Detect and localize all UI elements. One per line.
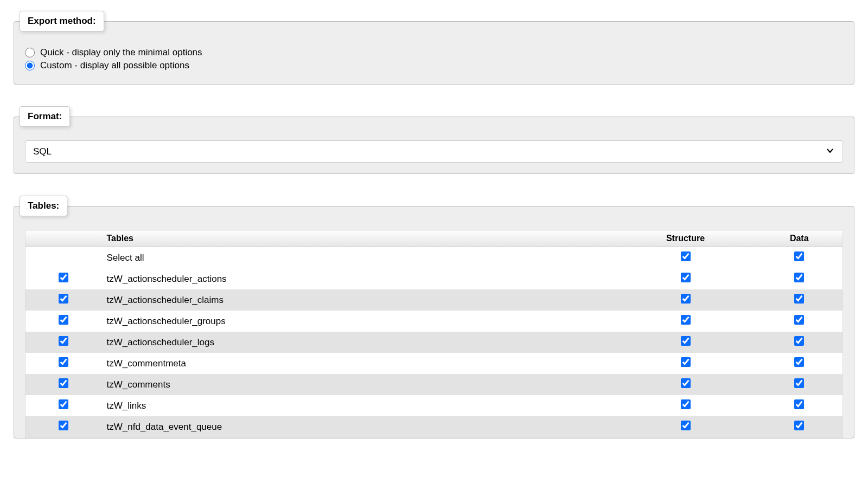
export-method-custom-row: Custom - display all possible options	[25, 60, 843, 71]
row-select-cell	[25, 311, 101, 332]
row-name[interactable]: tzW_commentmeta	[101, 353, 615, 374]
tables-header-name: Tables	[101, 230, 615, 247]
row-select-checkbox[interactable]	[59, 294, 68, 304]
tables-panel: Tables: Tables Structure Data Select all…	[14, 196, 854, 438]
tables-header-structure: Structure	[615, 230, 756, 247]
export-method-legend: Export method:	[20, 11, 104, 31]
tables-header-data: Data	[756, 230, 843, 247]
row-select-cell	[25, 289, 101, 311]
row-name[interactable]: tzW_links	[101, 395, 615, 416]
select-all-structure-cell	[615, 247, 756, 269]
tables-legend: Tables:	[20, 196, 67, 216]
format-select-wrap: SQL	[25, 140, 843, 163]
row-structure-cell	[615, 395, 756, 416]
row-select-cell	[25, 395, 101, 416]
row-data-cell	[756, 268, 843, 289]
table-row: tzW_actionscheduler_claims	[25, 289, 843, 311]
row-structure-cell	[615, 268, 756, 289]
row-structure-checkbox[interactable]	[681, 357, 691, 367]
row-name[interactable]: tzW_actionscheduler_groups	[101, 311, 615, 332]
export-method-custom-label[interactable]: Custom - display all possible options	[40, 60, 189, 71]
row-structure-checkbox[interactable]	[681, 273, 691, 282]
row-structure-checkbox[interactable]	[681, 294, 691, 304]
row-name[interactable]: tzW_actionscheduler_actions	[101, 268, 615, 289]
tables-header-row: Tables Structure Data	[25, 230, 843, 247]
table-row: tzW_actionscheduler_actions	[25, 268, 843, 289]
table-row: tzW_links	[25, 395, 843, 416]
row-name[interactable]: tzW_comments	[101, 374, 615, 395]
row-select-cell	[25, 416, 101, 438]
row-data-checkbox[interactable]	[794, 357, 804, 367]
row-data-cell	[756, 332, 843, 353]
format-legend: Format:	[20, 106, 70, 127]
row-structure-cell	[615, 311, 756, 332]
table-row: tzW_actionscheduler_logs	[25, 332, 843, 353]
row-select-cell	[25, 332, 101, 353]
row-structure-cell	[615, 289, 756, 311]
table-row: tzW_commentmeta	[25, 353, 843, 374]
row-structure-checkbox[interactable]	[681, 378, 691, 388]
row-data-cell	[756, 374, 843, 395]
row-select-checkbox[interactable]	[59, 336, 68, 346]
tables-header-empty	[25, 230, 101, 247]
row-name[interactable]: tzW_actionscheduler_logs	[101, 332, 615, 353]
row-structure-cell	[615, 332, 756, 353]
row-name[interactable]: tzW_nfd_data_event_queue	[101, 416, 615, 438]
row-select-cell	[25, 353, 101, 374]
row-data-checkbox[interactable]	[794, 315, 804, 325]
row-select-checkbox[interactable]	[59, 357, 68, 367]
export-method-panel: Export method: Quick - display only the …	[14, 11, 854, 85]
format-select[interactable]: SQL	[25, 140, 843, 163]
export-method-quick-label[interactable]: Quick - display only the minimal options	[40, 47, 202, 58]
row-structure-cell	[615, 416, 756, 438]
table-row: tzW_actionscheduler_groups	[25, 311, 843, 332]
row-structure-checkbox[interactable]	[681, 336, 691, 346]
row-structure-cell	[615, 374, 756, 395]
row-select-cell	[25, 374, 101, 395]
row-select-checkbox[interactable]	[59, 315, 68, 325]
row-data-cell	[756, 311, 843, 332]
row-data-checkbox[interactable]	[794, 378, 804, 388]
row-data-cell	[756, 395, 843, 416]
row-select-checkbox[interactable]	[59, 421, 68, 430]
row-structure-checkbox[interactable]	[681, 315, 691, 325]
export-method-quick-row: Quick - display only the minimal options	[25, 47, 843, 58]
row-select-checkbox[interactable]	[59, 399, 68, 409]
export-method-custom-radio[interactable]	[25, 61, 35, 70]
select-all-row-checkbox-cell	[25, 247, 101, 269]
row-data-checkbox[interactable]	[794, 273, 804, 282]
row-name[interactable]: tzW_actionscheduler_claims	[101, 289, 615, 311]
select-all-data-cell	[756, 247, 843, 269]
row-data-checkbox[interactable]	[794, 399, 804, 409]
table-row-select-all: Select all	[25, 247, 843, 269]
row-structure-checkbox[interactable]	[681, 421, 691, 430]
export-method-quick-radio[interactable]	[25, 48, 35, 57]
table-row: tzW_comments	[25, 374, 843, 395]
select-all-data-checkbox[interactable]	[794, 251, 804, 261]
row-structure-cell	[615, 353, 756, 374]
row-data-cell	[756, 353, 843, 374]
row-structure-checkbox[interactable]	[681, 399, 691, 409]
row-data-checkbox[interactable]	[794, 421, 804, 430]
format-panel: Format: SQL	[14, 106, 854, 174]
row-data-cell	[756, 289, 843, 311]
row-select-cell	[25, 268, 101, 289]
row-select-checkbox[interactable]	[59, 378, 68, 388]
tables-grid: Tables Structure Data Select alltzW_acti…	[25, 230, 843, 438]
row-data-checkbox[interactable]	[794, 336, 804, 346]
row-data-checkbox[interactable]	[794, 294, 804, 304]
select-all-structure-checkbox[interactable]	[681, 251, 691, 261]
select-all-label[interactable]: Select all	[101, 247, 615, 269]
table-row: tzW_nfd_data_event_queue	[25, 416, 843, 438]
row-data-cell	[756, 416, 843, 438]
row-select-checkbox[interactable]	[59, 273, 68, 282]
